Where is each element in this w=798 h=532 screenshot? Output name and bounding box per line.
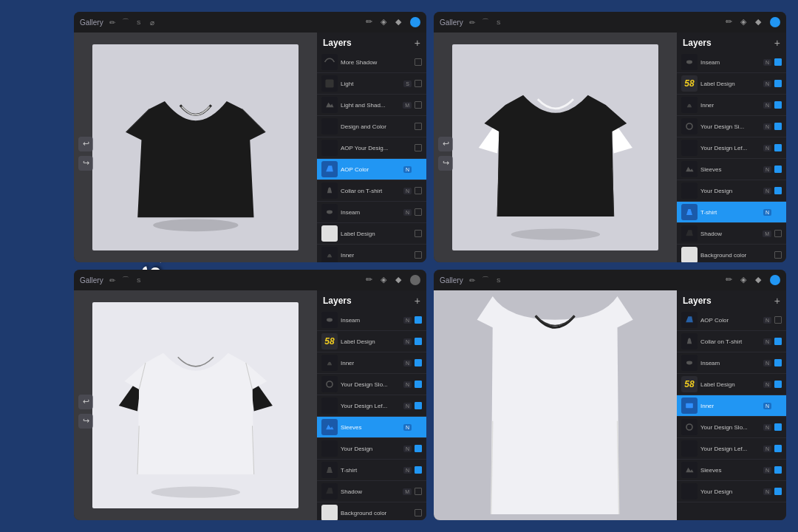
- layers-list-tr[interactable]: Inseam N 58 Label Design N: [677, 52, 786, 262]
- undo-btn-tr[interactable]: ↩: [438, 137, 453, 151]
- layer-item[interactable]: More Shadow: [317, 52, 426, 73]
- layer-checkbox[interactable]: [774, 144, 782, 151]
- layer-checkbox[interactable]: [415, 359, 422, 366]
- undo-btn-tl[interactable]: ↩: [78, 137, 93, 151]
- layer-item[interactable]: AOP Your Desig...: [317, 137, 426, 159]
- gallery-label-br[interactable]: Gallery: [440, 276, 463, 284]
- layer-item[interactable]: Sleeves N: [677, 159, 786, 180]
- layer-item[interactable]: Your Design Lef... N: [677, 438, 786, 460]
- layer-item[interactable]: Sleeves N: [677, 460, 786, 481]
- layer-checkbox[interactable]: [415, 381, 422, 388]
- layer-checkbox[interactable]: [415, 316, 422, 324]
- layer-checkbox[interactable]: [774, 187, 782, 194]
- layer-item-active[interactable]: Sleeves N: [317, 417, 426, 438]
- canvas-tl[interactable]: ↩ ↪: [74, 33, 317, 262]
- layer-checkbox[interactable]: [415, 208, 422, 216]
- layer-checkbox[interactable]: [774, 123, 782, 130]
- layer-checkbox[interactable]: [415, 230, 422, 237]
- layers-list-tl[interactable]: More Shadow Light S: [317, 52, 426, 262]
- layer-checkbox[interactable]: [774, 402, 782, 409]
- layer-item[interactable]: Shadow M: [677, 223, 786, 245]
- layer-checkbox[interactable]: [415, 488, 422, 495]
- redo-btn-bl[interactable]: ↪: [78, 414, 93, 429]
- layer-checkbox[interactable]: [415, 187, 422, 194]
- layer-item-active[interactable]: T-shirt N: [677, 202, 786, 223]
- layers-add-tr[interactable]: +: [774, 37, 780, 49]
- layer-item[interactable]: Label Design: [317, 223, 426, 245]
- layer-checkbox[interactable]: [774, 445, 782, 452]
- layer-item[interactable]: 58 Label Design N: [677, 73, 786, 95]
- layer-checkbox[interactable]: [774, 488, 782, 495]
- layers-add-br[interactable]: +: [774, 295, 780, 307]
- layer-item[interactable]: Light and Shad... M: [317, 95, 426, 116]
- layers-add-bl[interactable]: +: [415, 295, 420, 307]
- layer-item[interactable]: Inseam N: [317, 310, 426, 331]
- layer-checkbox[interactable]: [415, 166, 422, 173]
- layer-checkbox[interactable]: [774, 251, 782, 259]
- layer-item[interactable]: AOP Color N: [677, 310, 786, 331]
- canvas-tr[interactable]: ↩ ↪: [434, 33, 677, 262]
- layer-item[interactable]: Your Design N: [677, 180, 786, 202]
- layer-checkbox[interactable]: [774, 359, 782, 366]
- layer-checkbox[interactable]: [415, 80, 422, 87]
- layer-checkbox[interactable]: [415, 251, 422, 259]
- layer-checkbox[interactable]: [415, 123, 422, 130]
- layer-checkbox[interactable]: [415, 445, 422, 452]
- layer-checkbox[interactable]: [415, 402, 422, 409]
- layer-checkbox[interactable]: [774, 101, 782, 109]
- layer-checkbox[interactable]: [415, 58, 422, 66]
- redo-btn-tl[interactable]: ↪: [78, 156, 93, 171]
- layer-item[interactable]: Your Design Slo... N: [317, 374, 426, 395]
- layer-checkbox[interactable]: [774, 208, 782, 216]
- layer-checkbox[interactable]: [415, 466, 422, 474]
- gallery-label-bl[interactable]: Gallery: [80, 276, 103, 284]
- layer-item[interactable]: Inseam N: [677, 352, 786, 374]
- gallery-label-tr[interactable]: Gallery: [440, 18, 463, 27]
- layer-checkbox[interactable]: [774, 381, 782, 388]
- layer-item[interactable]: Inseam N: [317, 202, 426, 223]
- layer-item[interactable]: Your Design Si... N: [677, 116, 786, 137]
- gallery-label-tl[interactable]: Gallery: [80, 18, 103, 27]
- layer-item[interactable]: Shadow M: [317, 481, 426, 502]
- layer-checkbox[interactable]: [415, 338, 422, 345]
- layer-checkbox[interactable]: [774, 230, 782, 237]
- layer-checkbox[interactable]: [774, 316, 782, 324]
- layer-item[interactable]: Inner N: [677, 95, 786, 116]
- layer-item[interactable]: Your Design N: [317, 438, 426, 460]
- layers-add-tl[interactable]: +: [415, 37, 420, 49]
- layer-checkbox[interactable]: [415, 144, 422, 151]
- layer-checkbox[interactable]: [774, 166, 782, 173]
- layer-checkbox[interactable]: [415, 101, 422, 109]
- layer-item[interactable]: 58 Label Design N: [677, 374, 786, 395]
- layer-item[interactable]: Light S: [317, 73, 426, 95]
- layer-item[interactable]: Your Design N: [677, 481, 786, 502]
- layer-item-active[interactable]: AOP Color N: [317, 159, 426, 180]
- redo-btn-tr[interactable]: ↪: [438, 156, 453, 171]
- layer-item[interactable]: Inseam N: [677, 52, 786, 73]
- layer-checkbox[interactable]: [774, 466, 782, 474]
- layer-item-active[interactable]: Inner N: [677, 395, 786, 417]
- layer-item[interactable]: Background color: [677, 245, 786, 262]
- canvas-bl[interactable]: ↩ ↪: [74, 290, 317, 520]
- layer-item[interactable]: Collar on T-shirt N: [317, 180, 426, 202]
- layer-item[interactable]: Collar on T-shirt N: [677, 331, 786, 352]
- layer-checkbox[interactable]: [774, 80, 782, 87]
- layer-checkbox[interactable]: [774, 423, 782, 431]
- layer-item[interactable]: 58 Label Design N: [317, 331, 426, 352]
- layer-item[interactable]: Your Design Lef... N: [677, 137, 786, 159]
- layer-checkbox[interactable]: [774, 338, 782, 345]
- layer-item[interactable]: Inner: [317, 245, 426, 262]
- layer-item[interactable]: Your Design Slo... N: [677, 417, 786, 438]
- undo-btn-bl[interactable]: ↩: [78, 395, 93, 409]
- layer-item[interactable]: Your Design Lef... N: [317, 395, 426, 417]
- layer-checkbox[interactable]: [415, 423, 422, 431]
- layer-item[interactable]: T-shirt N: [317, 460, 426, 481]
- layers-list-bl[interactable]: Inseam N 58 Label Design N: [317, 310, 426, 520]
- layer-item[interactable]: Design and Color: [317, 116, 426, 137]
- layer-checkbox[interactable]: [415, 509, 422, 516]
- layers-list-br[interactable]: AOP Color N Collar on T-shirt N: [677, 310, 786, 520]
- layer-checkbox[interactable]: [774, 58, 782, 66]
- canvas-br[interactable]: [434, 290, 677, 520]
- layer-item[interactable]: Background color: [317, 502, 426, 520]
- layer-item[interactable]: Inner N: [317, 352, 426, 374]
